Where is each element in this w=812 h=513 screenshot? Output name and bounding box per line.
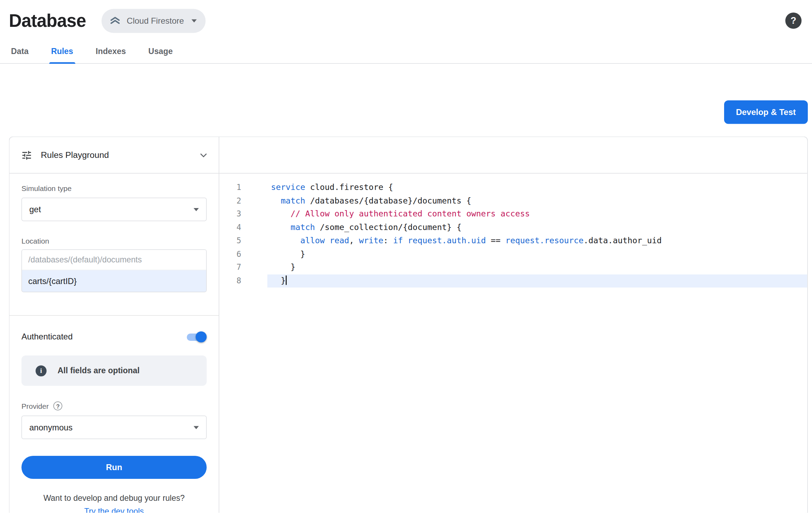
code-token: :	[383, 236, 393, 245]
firebase-console-page: Database Cloud Firestore ? Data Rules In…	[0, 0, 812, 513]
rules-playground-header[interactable]: Rules Playground	[9, 137, 219, 173]
provider-help-icon[interactable]: ?	[53, 401, 62, 411]
develop-test-button[interactable]: Develop & Test	[724, 100, 808, 124]
tab-indexes[interactable]: Indexes	[93, 39, 128, 63]
info-icon: i	[36, 365, 47, 376]
line-number: 7	[219, 261, 241, 274]
code-line[interactable]: // Allow only authenticated content owne…	[268, 208, 807, 221]
code-token: service	[271, 183, 305, 192]
line-number: 1	[219, 181, 241, 194]
info-banner: i All fields are optional	[22, 355, 207, 386]
code-token	[271, 222, 291, 232]
simulation-type-label: Simulation type	[22, 184, 207, 192]
simulation-type-value: get	[29, 205, 41, 214]
line-number: 2	[219, 194, 241, 207]
rules-playground-title: Rules Playground	[41, 150, 109, 160]
editor-gutter: 12345678	[219, 181, 241, 513]
panel-header-row: Rules Playground	[9, 137, 807, 174]
line-number: 6	[219, 247, 241, 261]
page-header: Database Cloud Firestore ?	[0, 0, 812, 39]
code-token	[325, 236, 330, 245]
code-lines: service cloud.firestore { match /databas…	[268, 181, 807, 513]
location-label: Location	[22, 237, 207, 245]
code-line[interactable]: }	[268, 274, 807, 288]
code-token: match	[281, 196, 305, 205]
toggle-thumb	[196, 331, 207, 342]
database-selector-label: Cloud Firestore	[127, 16, 184, 25]
code-token: // Allow only authenticated content owne…	[291, 209, 530, 219]
rules-playground-sidebar: Simulation type get Location /databases/…	[9, 174, 219, 513]
location-path-prefix[interactable]: /databases/(default)/documents	[22, 250, 206, 270]
code-token	[271, 196, 281, 205]
simulation-type-select[interactable]: get	[22, 198, 207, 221]
line-number: 5	[219, 234, 241, 247]
code-line[interactable]: match /databases/{database}/documents {	[268, 194, 807, 207]
dev-tools-link[interactable]: Try the dev tools	[22, 507, 207, 513]
code-token: read	[330, 236, 349, 245]
provider-value: anonymous	[29, 423, 73, 432]
tab-bar: Data Rules Indexes Usage	[0, 39, 812, 64]
line-number: 8	[219, 274, 241, 288]
line-number: 4	[219, 221, 241, 234]
line-number: 3	[219, 208, 241, 221]
page-title: Database	[9, 10, 86, 31]
code-token: request.auth.uid	[408, 236, 486, 245]
code-token: /databases/{database}/documents {	[305, 196, 471, 205]
run-button[interactable]: Run	[22, 456, 207, 479]
code-line[interactable]: service cloud.firestore {	[268, 181, 807, 194]
code-token	[403, 236, 408, 245]
text-cursor	[286, 275, 287, 285]
panel-body: Simulation type get Location /databases/…	[9, 174, 807, 513]
code-token: ,	[349, 236, 359, 245]
authenticated-label: Authenticated	[22, 332, 73, 342]
authenticated-row: Authenticated	[22, 330, 207, 343]
code-token: request.resource	[505, 236, 584, 245]
dev-tools-note: Want to develop and debug your rules?	[22, 493, 207, 503]
code-line[interactable]: match /some_collection/{document} {	[268, 221, 807, 234]
sidebar-divider	[9, 315, 219, 316]
code-token	[271, 236, 300, 245]
provider-label: Provider	[22, 402, 49, 410]
rules-actions-row: Develop & Test	[0, 64, 812, 137]
code-token: /some_collection/{document} {	[315, 222, 461, 232]
code-token: }	[271, 262, 295, 272]
question-mark-icon: ?	[791, 15, 797, 26]
code-token	[271, 209, 291, 219]
code-token: allow	[300, 236, 325, 245]
provider-row: Provider ?	[22, 401, 207, 411]
chevron-down-icon	[194, 426, 199, 429]
code-token: if	[393, 236, 403, 245]
chevron-down-icon	[194, 208, 199, 211]
help-button[interactable]: ?	[785, 13, 802, 29]
code-token: .data.author_uid	[584, 236, 662, 245]
provider-select[interactable]: anonymous	[22, 416, 207, 439]
firestore-icon	[109, 14, 121, 27]
code-line[interactable]: }	[268, 247, 807, 261]
database-selector[interactable]: Cloud Firestore	[102, 9, 205, 33]
code-line[interactable]: allow read, write: if request.auth.uid =…	[268, 234, 807, 247]
info-banner-text: All fields are optional	[58, 366, 140, 375]
code-token: write	[359, 236, 383, 245]
code-token: cloud.firestore {	[305, 183, 393, 192]
rules-panel: Rules Playground Simulation type get Loc…	[9, 137, 808, 513]
chevron-down-icon	[198, 149, 209, 161]
location-input[interactable]: carts/{cartID}	[22, 270, 206, 292]
code-token: ==	[486, 236, 505, 245]
editor-toolbar	[219, 137, 807, 173]
tune-icon	[21, 149, 32, 161]
collapse-playground-button[interactable]	[198, 149, 209, 161]
code-line[interactable]: }	[268, 261, 807, 274]
rules-code-editor[interactable]: 12345678 service cloud.firestore { match…	[219, 174, 807, 513]
authenticated-toggle[interactable]	[186, 331, 207, 342]
location-input-group: /databases/(default)/documents carts/{ca…	[22, 250, 207, 292]
code-token: match	[291, 222, 315, 232]
tab-rules[interactable]: Rules	[49, 39, 75, 63]
code-token: }	[271, 249, 305, 259]
tab-data[interactable]: Data	[9, 39, 31, 63]
chevron-down-icon	[191, 19, 196, 22]
code-token: }	[271, 276, 286, 285]
tab-usage[interactable]: Usage	[146, 39, 175, 63]
